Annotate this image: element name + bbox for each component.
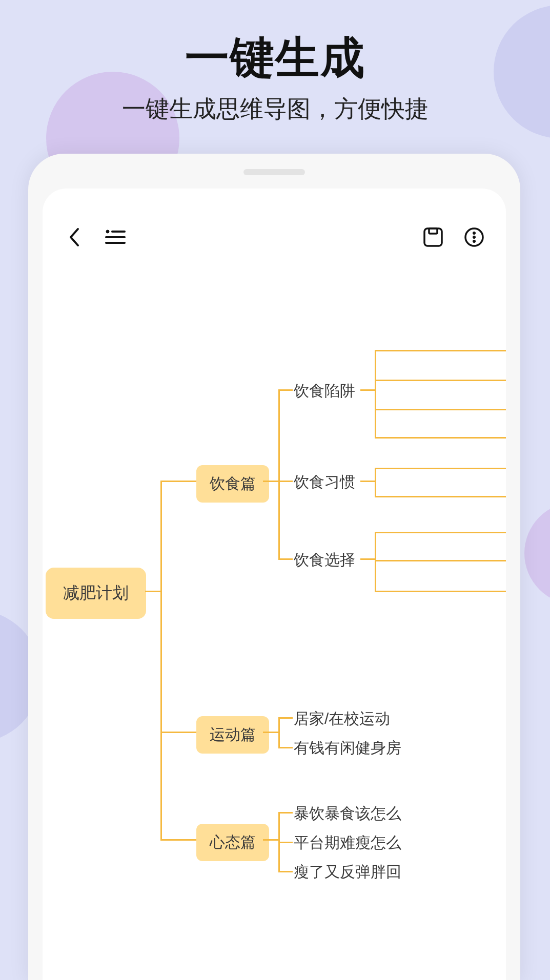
svg-rect-5 [429,228,437,234]
mindmap-node[interactable]: 饮食篇 [196,465,269,503]
mindmap-connector [263,732,278,733]
phone-screen: 减肥计划 饮食篇 运动篇 心态篇 饮食陷阱 饮食习惯 饮食选择 居家/在校运动 … [43,189,506,980]
svg-rect-4 [424,228,442,246]
mindmap-connector [278,389,280,558]
save-button[interactable] [422,226,444,248]
more-vertical-icon [464,227,484,247]
mindmap-connector [375,468,376,496]
mindmap-node[interactable]: 心态篇 [196,824,269,861]
mindmap-connector [278,871,293,872]
mindmap-node[interactable]: 运动篇 [196,716,269,754]
mindmap-connector [278,747,293,748]
phone-speaker [243,169,305,175]
mindmap-connector [278,389,293,391]
mindmap-connector [375,350,506,351]
hero-block: 一键生成 一键生成思维导图，方便快捷 [0,28,550,125]
svg-point-7 [473,232,475,234]
bg-decor [524,502,550,604]
more-button[interactable] [463,226,485,248]
list-icon [105,228,126,246]
mindmap-leaf-node[interactable]: 暴饮暴食该怎么 [294,803,401,824]
mindmap-connector [375,437,506,439]
mindmap-connector [278,842,293,843]
mindmap-connector [360,389,375,391]
mindmap-leaf-node[interactable]: 居家/在校运动 [294,708,390,729]
mindmap-connector [263,839,278,841]
mindmap-connector [160,839,196,841]
mindmap-connector [375,350,376,437]
mindmap-leaf-node[interactable]: 瘦了又反弹胖回 [294,862,401,883]
mindmap-connector [375,591,506,592]
mindmap-connector [375,496,506,497]
chevron-left-icon [68,227,81,247]
svg-point-8 [473,236,475,238]
mindmap-connector [160,481,196,482]
toolbar [43,219,506,255]
hero-title: 一键生成 [0,28,550,88]
save-icon [423,227,443,247]
mindmap-leaf-node[interactable]: 饮食选择 [294,550,355,571]
mindmap-connector [375,409,506,410]
mindmap-connector [160,481,162,839]
mindmap-connector [160,732,196,733]
mindmap-leaf-node[interactable]: 饮食陷阱 [294,381,355,402]
mindmap-leaf-node[interactable]: 平台期难瘦怎么 [294,832,401,853]
svg-point-9 [473,240,475,242]
hero-subtitle: 一键生成思维导图，方便快捷 [0,93,550,125]
mindmap-leaf-node[interactable]: 饮食习惯 [294,472,355,493]
mindmap-connector [375,468,506,469]
svg-point-0 [106,230,109,233]
mindmap-connector [145,591,160,592]
mindmap-connector [278,717,280,747]
mindmap-connector [375,380,506,381]
mindmap-connector [375,560,506,561]
outline-button[interactable] [104,226,127,248]
mindmap-connector [263,481,278,482]
mindmap-connector [278,558,293,560]
mindmap-connector [360,481,375,482]
mindmap-connector [278,812,293,814]
mindmap-leaf-node[interactable]: 有钱有闲健身房 [294,738,401,759]
mindmap-canvas[interactable]: 减肥计划 饮食篇 运动篇 心态篇 饮食陷阱 饮食习惯 饮食选择 居家/在校运动 … [43,270,506,980]
mindmap-connector [278,717,293,719]
phone-frame: 减肥计划 饮食篇 运动篇 心态篇 饮食陷阱 饮食习惯 饮食选择 居家/在校运动 … [28,154,520,980]
mindmap-root-node[interactable]: 减肥计划 [46,568,146,619]
app-promo-page: 一键生成 一键生成思维导图，方便快捷 [0,0,550,980]
back-button[interactable] [63,226,86,248]
mindmap-connector [278,481,293,482]
mindmap-connector [375,532,506,533]
mindmap-connector [360,558,375,560]
